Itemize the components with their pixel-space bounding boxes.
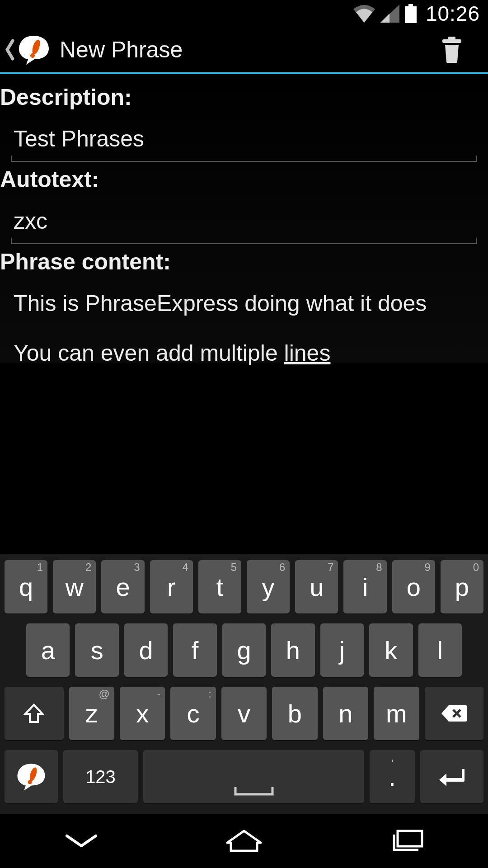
svg-point-3 [30, 53, 35, 58]
key-main: t [216, 572, 224, 602]
key-k[interactable]: k [369, 623, 413, 677]
key-backspace[interactable] [425, 687, 484, 740]
key-i[interactable]: 8i [343, 560, 386, 613]
key-o[interactable]: 9o [392, 560, 435, 613]
key-y[interactable]: 6y [247, 560, 290, 613]
key-l[interactable]: l [418, 623, 462, 677]
description-label: Description: [0, 80, 488, 114]
key-main: l [437, 636, 442, 665]
key-main: d [139, 636, 153, 665]
app-icon-small [15, 760, 47, 793]
page-title: New Phrase [60, 37, 438, 63]
enter-icon [438, 766, 465, 787]
soft-keyboard: 1q 2w 3e 4r 5t 6y 7u 8i 9o 0p a s d f g … [0, 554, 488, 814]
key-main: c [187, 699, 200, 728]
trash-icon [441, 37, 462, 63]
svg-rect-5 [442, 39, 461, 43]
chevron-down-icon [63, 832, 99, 849]
key-sup: 4 [182, 561, 188, 574]
key-main: o [407, 572, 421, 602]
key-sup: 8 [376, 561, 382, 574]
key-main: e [116, 572, 130, 602]
recent-apps-icon [389, 828, 425, 854]
phrase-content-input[interactable]: This is PhraseExpress doing what it does… [0, 278, 488, 368]
key-t[interactable]: 5t [198, 560, 241, 613]
svg-rect-8 [398, 831, 422, 846]
key-main: y [262, 572, 275, 602]
key-sup: 1 [37, 561, 43, 574]
back-icon[interactable] [5, 39, 14, 61]
key-sup: 9 [424, 561, 430, 574]
nav-back-button[interactable] [36, 823, 127, 859]
key-m[interactable]: m [374, 687, 419, 740]
key-sup: : [208, 688, 211, 700]
wifi-icon [353, 5, 375, 23]
key-a[interactable]: a [26, 623, 70, 677]
svg-rect-4 [448, 37, 455, 39]
phrase-line-2-prefix: You can even add multiple [14, 340, 284, 366]
key-main: p [455, 572, 469, 602]
svg-rect-1 [405, 6, 417, 23]
key-b[interactable]: b [272, 687, 317, 740]
keyboard-row-3: @z -x :c v b n m [5, 687, 483, 740]
phrase-content-label: Phrase content: [0, 244, 488, 278]
key-s[interactable]: s [75, 623, 118, 677]
keyboard-row-1: 1q 2w 3e 4r 5t 6y 7u 8i 9o 0p [5, 560, 483, 613]
key-f[interactable]: f [173, 623, 216, 677]
delete-button[interactable] [438, 34, 465, 66]
key-main: f [192, 636, 199, 665]
app-icon[interactable] [16, 32, 52, 67]
key-sup: 6 [279, 561, 285, 574]
key-main: r [167, 572, 176, 602]
system-nav-bar [0, 814, 488, 868]
key-main: k [385, 636, 397, 665]
key-main: z [85, 699, 98, 728]
battery-icon [405, 4, 417, 23]
key-shift[interactable] [5, 687, 64, 740]
svg-rect-0 [408, 4, 413, 6]
key-main: s [91, 636, 103, 665]
key-v[interactable]: v [221, 687, 267, 740]
key-w[interactable]: 2w [53, 560, 96, 613]
key-main: . [389, 762, 396, 792]
key-g[interactable]: g [222, 623, 266, 677]
key-u[interactable]: 7u [295, 560, 338, 613]
home-icon [224, 828, 264, 854]
key-main: h [286, 636, 300, 665]
phrase-line-2: You can even add multiple lines [14, 338, 474, 369]
key-c[interactable]: :c [170, 687, 216, 740]
key-x[interactable]: -x [120, 687, 165, 740]
key-h[interactable]: h [271, 623, 314, 677]
key-main: x [136, 699, 149, 728]
key-input-method[interactable] [5, 750, 58, 803]
key-sup: 5 [231, 561, 237, 574]
key-main: a [41, 636, 55, 665]
key-main: m [386, 699, 407, 728]
key-sup: 2 [85, 561, 91, 574]
key-q[interactable]: 1q [5, 560, 47, 613]
key-space[interactable] [143, 750, 364, 803]
key-z[interactable]: @z [69, 687, 114, 740]
key-j[interactable]: j [320, 623, 364, 677]
key-main: i [362, 572, 368, 602]
key-main: u [310, 572, 324, 602]
key-r[interactable]: 4r [150, 560, 193, 613]
description-input[interactable]: Test Phrases [11, 114, 477, 162]
key-n[interactable]: n [323, 687, 368, 740]
action-bar: New Phrase [0, 27, 488, 72]
key-main: v [238, 699, 250, 728]
key-p[interactable]: 0p [441, 560, 483, 613]
key-main: n [338, 699, 352, 728]
autotext-input[interactable]: zxc [11, 196, 477, 244]
key-main: b [288, 699, 302, 728]
nav-recent-button[interactable] [361, 823, 452, 859]
svg-point-7 [28, 780, 32, 784]
clock: 10:26 [422, 1, 480, 26]
key-numeric[interactable]: 123 [63, 750, 138, 803]
nav-home-button[interactable] [199, 823, 289, 859]
key-enter[interactable] [420, 750, 483, 803]
key-e[interactable]: 3e [101, 560, 144, 613]
key-period[interactable]: ,. [370, 750, 415, 803]
key-sup: , [391, 751, 394, 764]
key-d[interactable]: d [124, 623, 168, 677]
